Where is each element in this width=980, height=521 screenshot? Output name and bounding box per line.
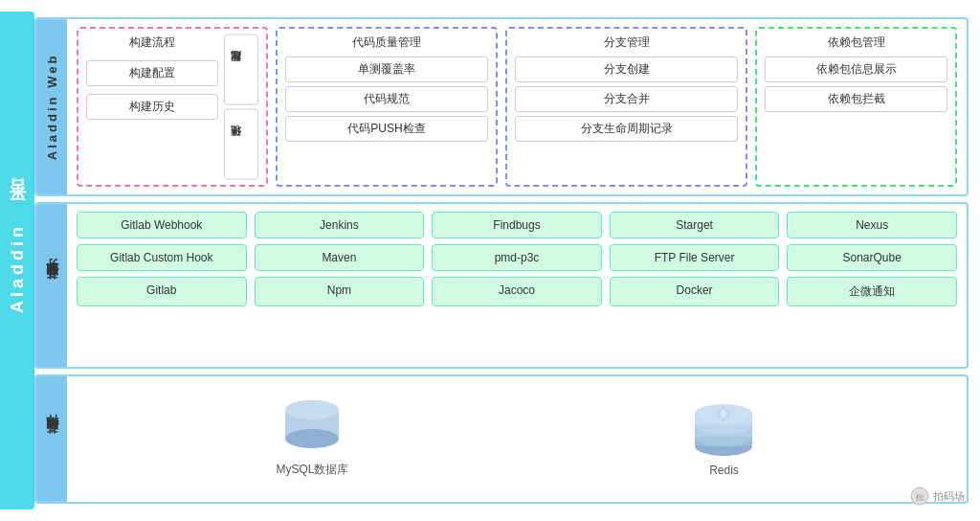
- service-row-1: Gitlab Custom Hook Maven pmd-p3c FTP Fil…: [77, 244, 957, 271]
- service-item-r1c3: FTP File Server: [610, 244, 780, 271]
- service-row-2: Gitlab Npm Jacoco Docker 企微通知: [77, 277, 957, 306]
- service-item-r1c2: pmd-p3c: [432, 244, 602, 271]
- watermark-icon: 拍: [910, 487, 929, 506]
- build-history-item: 构建历史: [86, 94, 218, 120]
- code-quality-group: 代码质量管理 单测覆盖率 代码规范 代码PUSH检查: [276, 27, 498, 187]
- service-item-r2c4: 企微通知: [787, 277, 957, 306]
- mid-section-label: 基础服务: [36, 204, 67, 367]
- mysql-label: MySQL数据库: [276, 462, 348, 478]
- svg-point-3: [285, 400, 339, 419]
- code-quality-item-1: 代码规范: [285, 86, 488, 112]
- watermark-text: 拍码场: [933, 489, 965, 504]
- branch-mgmt-title: 分支管理: [515, 34, 738, 51]
- service-item-r2c0: Gitlab: [77, 277, 247, 306]
- redis-label: Redis: [709, 464, 739, 477]
- svg-point-2: [285, 429, 339, 448]
- dep-mgmt-group: 依赖包管理 依赖包信息展示 依赖包拦截: [755, 27, 957, 187]
- service-item-r1c1: Maven: [255, 244, 425, 271]
- service-item-r0c2: Findbugs: [432, 212, 602, 238]
- build-flow-group: 构建流程 构建配置 构建历史 构建配置 环境评估: [77, 27, 268, 187]
- db-icon: [281, 400, 343, 456]
- bottom-section-label: 基础组件: [36, 376, 67, 502]
- code-quality-item-2: 代码PUSH检查: [285, 116, 488, 142]
- build-flow-title: 构建流程: [86, 34, 218, 51]
- platform-label: Aladdin 平台: [0, 11, 34, 510]
- build-config-item: 构建配置: [86, 60, 218, 86]
- side-item-1: 构建配置: [224, 34, 258, 105]
- service-item-r2c1: Npm: [255, 277, 425, 306]
- branch-mgmt-item-1: 分支合并: [515, 86, 738, 112]
- side-item-2: 环境评估: [224, 109, 258, 180]
- mysql-component: MySQL数据库: [276, 400, 348, 478]
- service-item-r2c2: Jacoco: [432, 277, 602, 306]
- service-row-0: Gitlab Webhook Jenkins Findbugs Starget …: [77, 212, 957, 238]
- service-item-r2c3: Docker: [610, 277, 780, 306]
- service-item-r1c4: SonarQube: [787, 244, 957, 271]
- dep-mgmt-title: 依赖包管理: [765, 34, 947, 51]
- branch-mgmt-item-2: 分支生命周期记录: [515, 116, 738, 142]
- service-item-r1c0: Gitlab Custom Hook: [77, 244, 247, 271]
- service-item-r0c0: Gitlab Webhook: [77, 212, 247, 238]
- dep-mgmt-item-1: 依赖包拦截: [765, 86, 947, 112]
- top-section-label: Aladdin Web: [36, 19, 67, 194]
- service-item-r0c1: Jenkins: [255, 212, 425, 238]
- code-quality-item-0: 单测覆盖率: [285, 57, 488, 82]
- redis-icon: [690, 402, 757, 458]
- branch-mgmt-group: 分支管理 分支创建 分支合并 分支生命周期记录: [505, 27, 747, 187]
- branch-mgmt-item-0: 分支创建: [515, 57, 738, 82]
- dep-mgmt-item-0: 依赖包信息展示: [765, 57, 947, 82]
- watermark: 拍 拍码场: [910, 487, 965, 506]
- service-item-r0c4: Nexus: [787, 212, 957, 238]
- redis-component: Redis: [690, 402, 757, 477]
- svg-text:拍: 拍: [915, 493, 924, 502]
- code-quality-title: 代码质量管理: [285, 34, 488, 51]
- service-item-r0c3: Starget: [610, 212, 780, 238]
